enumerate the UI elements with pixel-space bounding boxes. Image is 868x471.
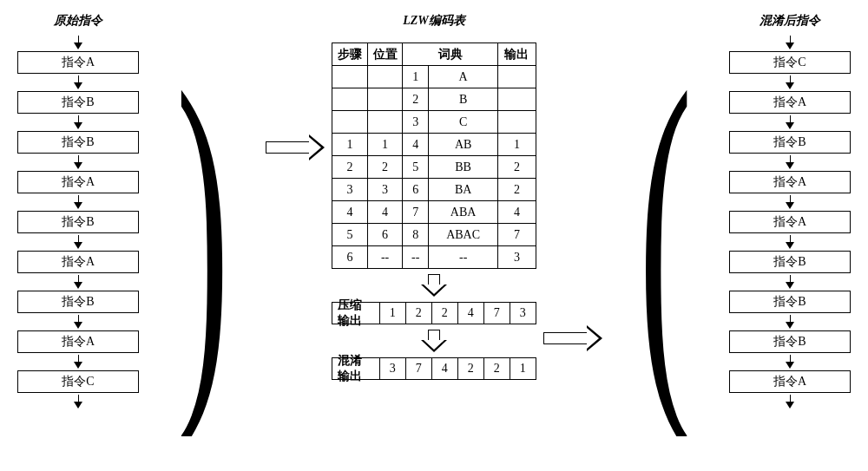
cell-pos	[367, 111, 403, 134]
flow-arrow-down	[786, 273, 794, 291]
left-flow-box: 指令A	[17, 51, 139, 74]
cell-out	[498, 111, 536, 134]
cell-pos: 4	[367, 201, 403, 224]
cell-out: 3	[498, 246, 536, 269]
lzw-table: 步骤 位置 词典 输出 1A2B3C114AB1225BB2336BA2447A…	[332, 43, 536, 269]
out-cell: 2	[432, 302, 458, 324]
flow-arrow-down	[786, 193, 794, 211]
cell-step: 6	[332, 246, 368, 269]
table-row: 568ABAC7	[332, 224, 536, 246]
cell-out: 1	[498, 134, 536, 156]
left-flow-box: 指令B	[17, 211, 139, 233]
cell-d1: --	[403, 246, 429, 269]
cell-d1: 3	[403, 111, 429, 134]
right-flow-box: 指令B	[729, 131, 851, 154]
th-pos: 位置	[367, 43, 403, 66]
cell-pos: 6	[367, 224, 403, 246]
out-cell: 4	[432, 357, 458, 380]
right-flow-box: 指令B	[729, 291, 851, 313]
cell-d1: 5	[403, 156, 429, 179]
table-row: 447ABA4	[332, 201, 536, 224]
cell-step: 3	[332, 179, 368, 201]
cell-d1: 8	[403, 224, 429, 246]
out-cell: 7	[484, 302, 510, 324]
arrow-right-2	[543, 325, 602, 351]
cell-out: 2	[498, 156, 536, 179]
arrow-down-2	[421, 330, 447, 352]
cell-step	[332, 66, 368, 88]
table-row: 2B	[332, 88, 536, 111]
left-flow-box: 指令B	[17, 91, 139, 114]
left-flow-box: 指令A	[17, 330, 139, 353]
obfuscate-row: 混淆输出 374221	[332, 357, 536, 380]
left-flow-box: 指令A	[17, 171, 139, 193]
right-flow: 指令C指令A指令B指令A指令A指令B指令B指令B指令A	[729, 34, 851, 410]
flow-arrow-down	[786, 114, 794, 131]
cell-d1: 2	[403, 88, 429, 111]
cell-d2: A	[429, 66, 498, 88]
out-cell: 2	[458, 357, 484, 380]
right-flow-box: 指令A	[729, 370, 851, 393]
left-column: 原始指令 指令A指令B指令B指令A指令B指令A指令B指令A指令C	[17, 13, 139, 410]
flow-arrow-down	[74, 353, 82, 370]
th-out: 输出	[498, 43, 536, 66]
cell-out	[498, 66, 536, 88]
right-flow-box: 指令A	[729, 171, 851, 193]
flow-arrow-down	[74, 34, 82, 51]
cell-pos: 1	[367, 134, 403, 156]
right-flow-box: 指令B	[729, 330, 851, 353]
cell-step: 5	[332, 224, 368, 246]
cell-d1: 7	[403, 201, 429, 224]
flow-arrow-down	[786, 34, 794, 51]
left-flow-box: 指令B	[17, 131, 139, 154]
cell-d2: BB	[429, 156, 498, 179]
right-column: 混淆后指令 指令C指令A指令B指令A指令A指令B指令B指令B指令A	[729, 13, 851, 410]
left-brace: )	[146, 29, 259, 436]
cell-pos	[367, 66, 403, 88]
table-row: 1A	[332, 66, 536, 88]
out-cell: 2	[406, 302, 432, 324]
cell-pos	[367, 88, 403, 111]
right-flow-box: 指令A	[729, 91, 851, 114]
left-flow-box: 指令A	[17, 251, 139, 273]
cell-out: 7	[498, 224, 536, 246]
table-row: 3C	[332, 111, 536, 134]
obfuscate-label: 混淆输出	[332, 357, 380, 380]
diagram-root: 原始指令 指令A指令B指令B指令A指令B指令A指令B指令A指令C ) LZW编码…	[17, 13, 851, 436]
out-cell: 4	[458, 302, 484, 324]
right-brace: (	[609, 29, 722, 436]
left-title: 原始指令	[54, 13, 102, 29]
compress-label: 压缩输出	[332, 302, 380, 324]
cell-d2: --	[429, 246, 498, 269]
flow-arrow-down	[74, 193, 82, 211]
flow-arrow-down	[74, 233, 82, 251]
cell-pos: 3	[367, 179, 403, 201]
flow-arrow-down	[74, 313, 82, 330]
left-flow-box: 指令B	[17, 291, 139, 313]
table-row: 225BB2	[332, 156, 536, 179]
right-flow-box: 指令A	[729, 211, 851, 233]
out-cell: 7	[406, 357, 432, 380]
cell-step: 4	[332, 201, 368, 224]
cell-d2: ABA	[429, 201, 498, 224]
out-cell: 3	[510, 302, 536, 324]
cell-out: 2	[498, 179, 536, 201]
cell-out: 4	[498, 201, 536, 224]
cell-step: 1	[332, 134, 368, 156]
cell-d2: B	[429, 88, 498, 111]
cell-step: 2	[332, 156, 368, 179]
right-flow-box: 指令C	[729, 51, 851, 74]
cell-d2: C	[429, 111, 498, 134]
flow-arrow-down	[786, 74, 794, 91]
right-title: 混淆后指令	[760, 13, 820, 29]
center-title: LZW编码表	[403, 13, 465, 29]
out-cell: 1	[510, 357, 536, 380]
arrow-down-1	[421, 274, 447, 297]
flow-arrow-down	[786, 233, 794, 251]
flow-arrow-down	[74, 393, 82, 410]
flow-arrow-down	[74, 273, 82, 291]
arrow-right-1	[266, 134, 325, 160]
cell-d2: AB	[429, 134, 498, 156]
cell-out	[498, 88, 536, 111]
cell-d1: 6	[403, 179, 429, 201]
